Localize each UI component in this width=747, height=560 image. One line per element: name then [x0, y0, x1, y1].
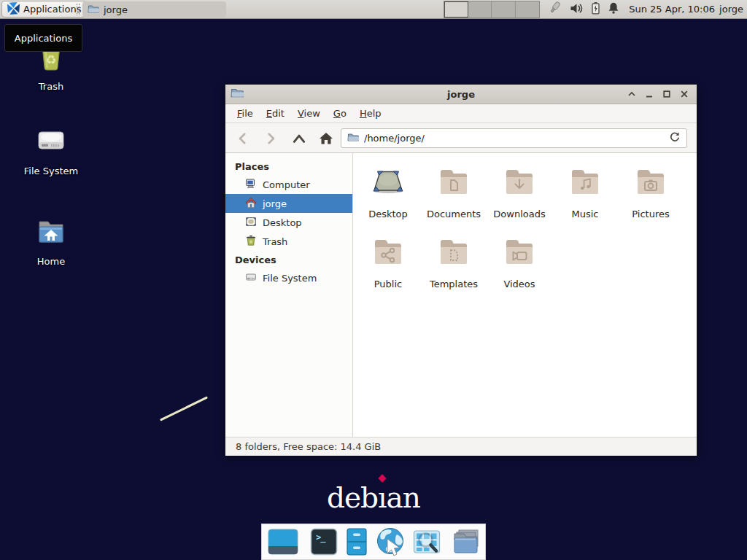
file-view: Desktop Documents	[353, 153, 697, 437]
top-panel: Applications jorge	[0, 0, 747, 19]
menu-help[interactable]: Help	[353, 105, 388, 122]
home-button[interactable]	[316, 128, 336, 149]
templates-folder-icon	[436, 235, 471, 273]
folder-item-desktop[interactable]: Desktop	[355, 165, 421, 235]
applications-tooltip: Applications	[4, 24, 82, 52]
window-titlebar[interactable]: jorge	[225, 85, 697, 104]
home-icon	[245, 197, 257, 211]
menu-view[interactable]: View	[291, 105, 327, 122]
pictures-folder-icon	[633, 165, 668, 203]
folder-label: Videos	[503, 279, 535, 289]
forward-button[interactable]	[260, 128, 281, 149]
up-button[interactable]	[289, 128, 309, 149]
folder-item-public[interactable]: Public	[355, 235, 421, 305]
folder-label: Documents	[427, 209, 481, 219]
folder-label: Templates	[430, 279, 478, 289]
sidebar-item-filesystem[interactable]: File System	[225, 268, 352, 287]
sidebar-item-label: Desktop	[263, 217, 302, 228]
app-finder-launcher[interactable]	[412, 527, 441, 556]
folder-icon	[88, 3, 99, 17]
folder-icon	[347, 131, 359, 146]
path-input[interactable]	[364, 133, 664, 144]
folder-item-videos[interactable]: Videos	[487, 235, 552, 305]
desktop-icon-filesystem[interactable]: File System	[16, 122, 86, 176]
reload-icon[interactable]	[669, 131, 681, 146]
folder-label: Music	[572, 209, 599, 219]
folder-launcher[interactable]	[452, 527, 482, 556]
sidebar-item-jorge[interactable]: jorge	[225, 194, 352, 213]
devices-header: Devices	[225, 251, 352, 268]
panel-clock[interactable]: Sun 25 Apr, 10:06	[629, 0, 715, 19]
back-button[interactable]	[233, 128, 253, 149]
window-main: Places Computer	[225, 153, 697, 437]
desktop-special-icon	[371, 165, 406, 203]
location-bar[interactable]	[341, 128, 687, 148]
debian-logo-text: deb	[327, 481, 378, 514]
workspace-4[interactable]	[516, 1, 539, 18]
window-controls	[626, 88, 697, 100]
file-manager-window: jorge File Edit Vi	[225, 84, 697, 455]
folder-item-documents[interactable]: Documents	[421, 165, 487, 235]
panel-username[interactable]: jorge	[719, 0, 743, 19]
folder-item-music[interactable]: Music	[552, 165, 618, 235]
clipman-icon[interactable]	[547, 1, 563, 18]
downloads-folder-icon	[502, 165, 537, 203]
sidebar-item-label: jorge	[263, 198, 287, 209]
taskbar-window-label: jorge	[104, 4, 128, 15]
applications-menu-label: Applications	[23, 4, 81, 15]
menu-file[interactable]: File	[231, 105, 260, 122]
applications-menu-button[interactable]: Applications	[1, 1, 87, 18]
music-folder-icon	[568, 165, 603, 203]
workspace-2[interactable]	[468, 1, 492, 18]
sidebar-item-label: Trash	[263, 236, 287, 247]
desktop-icon-home[interactable]: Home	[16, 213, 86, 267]
sidebar-item-label: File System	[263, 273, 317, 284]
trash-icon	[245, 235, 257, 249]
taskbar-window-button[interactable]: jorge	[82, 1, 226, 18]
volume-icon[interactable]	[570, 2, 584, 18]
folder-item-downloads[interactable]: Downloads	[487, 165, 552, 235]
file-cabinet-launcher[interactable]	[344, 527, 370, 556]
workspace-switcher	[444, 1, 540, 18]
computer-icon	[245, 178, 257, 192]
terminal-prompt-glyph: >_	[316, 532, 325, 542]
notifications-bell-icon[interactable]	[608, 1, 619, 18]
folder-item-templates[interactable]: Templates	[421, 235, 487, 305]
desktop-icon-label: Home	[37, 256, 65, 267]
close-button[interactable]	[678, 88, 690, 100]
hard-drive-icon	[34, 122, 69, 160]
battery-icon[interactable]	[590, 1, 601, 18]
side-pane: Places Computer	[225, 153, 353, 437]
sidebar-item-desktop[interactable]: Desktop	[225, 213, 352, 232]
system-tray	[547, 0, 619, 19]
public-folder-icon	[371, 235, 406, 273]
file-grid: Desktop Documents	[355, 165, 687, 305]
workspace-3[interactable]	[492, 1, 516, 18]
workspace-1[interactable]	[444, 1, 468, 18]
minimize-button[interactable]	[643, 88, 655, 100]
dock: >_	[261, 524, 486, 560]
menu-edit[interactable]: Edit	[260, 105, 291, 122]
sidebar-item-trash[interactable]: Trash	[225, 232, 352, 251]
sidebar-item-computer[interactable]: Computer	[225, 175, 352, 194]
sidebar-item-label: Computer	[263, 179, 310, 190]
desktop-icon-label: File System	[24, 166, 78, 176]
shade-button[interactable]	[626, 88, 638, 100]
menu-bar: File Edit View Go Help	[225, 104, 697, 123]
desktop-icon	[245, 216, 257, 230]
web-browser-launcher[interactable]	[375, 526, 407, 557]
maximize-button[interactable]	[661, 88, 673, 100]
xfce-logo-icon	[7, 2, 20, 17]
show-desktop-button[interactable]	[267, 527, 299, 556]
videos-folder-icon	[502, 235, 537, 273]
folder-label: Downloads	[493, 209, 545, 219]
folder-item-pictures[interactable]: Pictures	[618, 165, 684, 235]
desktop: Applications jorge	[0, 0, 747, 560]
folder-label: Public	[374, 279, 402, 289]
menu-go[interactable]: Go	[327, 105, 353, 122]
toolbar	[225, 123, 697, 153]
documents-folder-icon	[436, 165, 471, 203]
places-header: Places	[225, 158, 352, 175]
folder-label: Pictures	[632, 209, 669, 219]
terminal-launcher[interactable]: >_	[309, 527, 338, 556]
